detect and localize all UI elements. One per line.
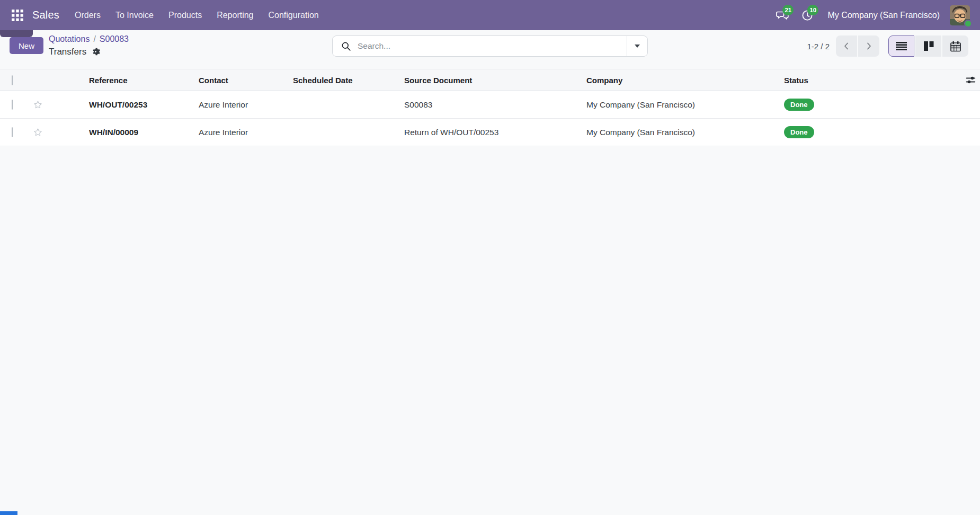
pager-previous-button[interactable]: [836, 35, 857, 57]
select-all-checkbox[interactable]: [12, 75, 13, 85]
star-icon[interactable]: [32, 127, 43, 138]
table-row[interactable]: WH/IN/00009 Azure Interior Return of WH/…: [0, 119, 980, 146]
cell-reference: WH/IN/00009: [51, 128, 199, 137]
apps-grid-icon: [12, 10, 23, 21]
cell-reference: WH/OUT/00253: [51, 100, 199, 110]
table-row[interactable]: WH/OUT/00253 Azure Interior S00083 My Co…: [0, 91, 980, 119]
search-bar: [332, 35, 648, 57]
cell-source-document: S00083: [404, 100, 586, 110]
apps-menu-button[interactable]: [10, 7, 25, 23]
search-options-toggle[interactable]: [627, 36, 647, 56]
current-app-name[interactable]: Sales: [32, 9, 59, 21]
page-title: Transfers: [49, 47, 86, 56]
column-header-contact[interactable]: Contact: [199, 76, 293, 85]
status-badge: Done: [784, 99, 814, 111]
calendar-view-button[interactable]: [942, 35, 968, 57]
breadcrumb: Quotations / S00083 Transfers: [49, 34, 129, 56]
status-badge: Done: [784, 126, 814, 138]
pager-range: 1-2 / 2: [807, 42, 830, 51]
presence-dot: [964, 20, 972, 28]
column-header-company[interactable]: Company: [586, 76, 784, 85]
breadcrumb-record-link[interactable]: S00083: [100, 35, 129, 43]
menu-to-invoice[interactable]: To Invoice: [115, 11, 154, 20]
gear-icon: [91, 47, 100, 56]
menu-configuration[interactable]: Configuration: [269, 11, 319, 20]
pager-next-button[interactable]: [858, 35, 879, 57]
control-panel: New Quotations / S00083 Transfers: [0, 30, 980, 69]
list-view-icon: [896, 41, 907, 51]
view-switcher: [888, 35, 968, 57]
cell-source-document: Return of WH/OUT/00253: [404, 128, 586, 137]
breadcrumb-quotations-link[interactable]: Quotations: [49, 35, 90, 43]
action-menu-button[interactable]: [91, 47, 100, 56]
cell-company: My Company (San Francisco): [586, 128, 784, 137]
transfers-list: Reference Contact Scheduled Date Source …: [0, 69, 980, 146]
column-header-source-document[interactable]: Source Document: [404, 76, 586, 85]
list-view-button[interactable]: [888, 35, 914, 57]
menu-products[interactable]: Products: [168, 11, 202, 20]
activities-count-badge: 10: [807, 5, 818, 15]
cell-company: My Company (San Francisco): [586, 100, 784, 110]
calendar-view-icon: [950, 41, 961, 52]
adjust-columns-button[interactable]: [966, 75, 980, 85]
row-checkbox[interactable]: [12, 100, 13, 110]
column-header-status[interactable]: Status: [784, 76, 964, 85]
chevron-right-icon: [865, 42, 872, 50]
search-input[interactable]: [358, 41, 627, 51]
table-header-row: Reference Contact Scheduled Date Source …: [0, 69, 980, 91]
messages-count-badge: 21: [782, 5, 794, 15]
user-menu-button[interactable]: [950, 5, 970, 25]
menu-reporting[interactable]: Reporting: [217, 11, 253, 20]
row-checkbox[interactable]: [12, 127, 13, 137]
column-header-scheduled-date[interactable]: Scheduled Date: [293, 76, 404, 85]
chevron-left-icon: [843, 42, 850, 50]
star-icon[interactable]: [32, 100, 43, 110]
column-header-reference[interactable]: Reference: [51, 76, 199, 85]
browser-status-strip: [0, 511, 17, 515]
kanban-view-icon: [923, 41, 934, 51]
top-navbar: Sales Orders To Invoice Products Reporti…: [0, 0, 980, 30]
messages-button[interactable]: 21: [776, 8, 789, 22]
activities-button[interactable]: 10: [800, 8, 814, 22]
adjust-columns-icon: [966, 75, 976, 85]
company-switcher[interactable]: My Company (San Francisco): [827, 11, 940, 20]
search-icon: [341, 41, 351, 51]
cell-contact: Azure Interior: [199, 128, 293, 137]
breadcrumb-separator: /: [93, 35, 95, 43]
caret-down-icon: [635, 45, 640, 48]
cell-contact: Azure Interior: [199, 100, 293, 110]
menu-orders[interactable]: Orders: [75, 11, 101, 20]
new-button[interactable]: New: [10, 37, 43, 54]
kanban-view-button[interactable]: [915, 35, 941, 57]
